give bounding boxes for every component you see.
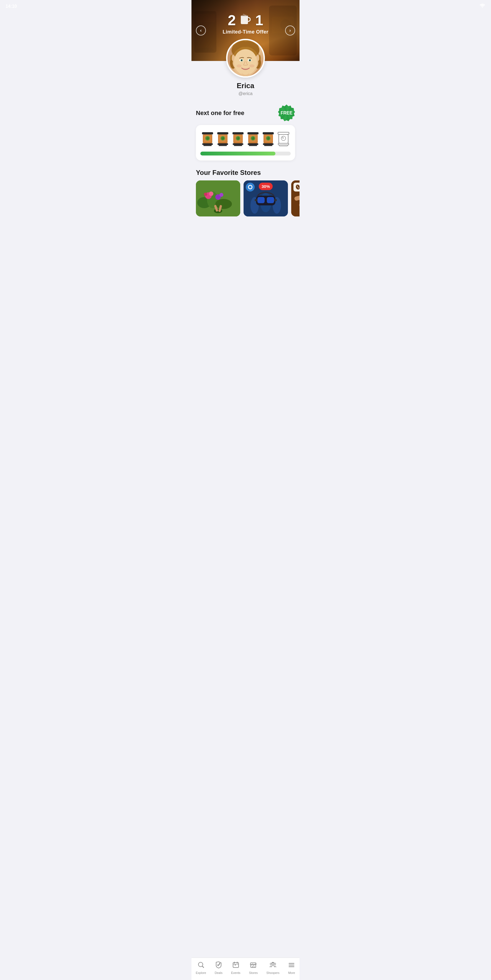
loyalty-section: Next one for free FREE [196,105,295,161]
cup-stamp-2 [216,130,230,147]
svg-point-96 [295,184,300,190]
svg-point-72 [204,192,207,196]
svg-rect-83 [257,197,265,203]
svg-rect-65 [279,145,288,146]
cup-stamp-1 [200,130,215,147]
svg-point-63 [282,137,284,138]
hero-coffee-cup-icon [238,13,253,28]
svg-rect-61 [279,134,288,143]
cup-stamp-4 [246,130,260,147]
promo-number1: 2 [228,13,236,27]
stores-section: Your Favorite Stores [191,169,300,216]
svg-point-18 [249,64,255,67]
cup-stamp-5 [261,130,275,147]
svg-rect-50 [248,143,258,145]
svg-rect-59 [264,145,272,146]
svg-rect-36 [232,132,243,134]
profile-name: Erica [237,81,254,90]
svg-rect-60 [278,132,289,134]
svg-rect-51 [249,145,257,146]
svg-point-10 [234,49,257,75]
store-logo-1 [246,183,255,191]
avatar [226,39,265,78]
progress-bar-fill [200,151,275,156]
svg-point-69 [215,199,232,209]
svg-rect-34 [218,143,228,145]
cup-stamp-6 [276,130,291,147]
store-card-2[interactable]: 30% [243,180,288,216]
svg-point-7 [241,15,248,17]
store-card-bg-3 [291,180,300,216]
svg-point-15 [241,60,242,61]
svg-rect-35 [219,145,227,146]
loyalty-header: Next one for free FREE [196,105,295,122]
svg-rect-28 [217,132,228,134]
profile-handle: @erica [238,91,253,96]
progress-bar [200,151,291,156]
profile-section: Erica @erica [191,61,300,99]
svg-point-16 [249,60,251,61]
free-badge: FREE [278,105,295,122]
svg-rect-86 [274,199,277,201]
hero-next-button[interactable]: › [285,25,295,35]
avatar-circle [226,39,265,78]
svg-rect-26 [202,143,213,145]
svg-rect-27 [203,145,212,146]
store-discount-badge: 30% [259,183,273,190]
svg-rect-19 [202,132,213,134]
svg-rect-44 [248,132,259,134]
svg-rect-42 [233,143,243,145]
hero-prev-button[interactable]: ‹ [196,25,206,35]
svg-rect-58 [263,143,273,145]
svg-rect-43 [234,145,242,146]
store-card-bg-1 [196,180,240,216]
hero-subtitle: Limited-Time Offer [222,29,268,35]
coffee-cups-row [200,130,291,147]
svg-point-74 [219,193,223,197]
store-card-bg-2: 30% [243,180,288,216]
store-logo-2 [294,183,300,191]
stores-scroll[interactable]: 30% [196,180,300,216]
svg-rect-85 [255,199,257,201]
store-card-1[interactable] [196,180,240,216]
promo-number2: 1 [255,13,263,27]
cup-stamp-3 [231,130,245,147]
svg-point-3 [197,48,214,52]
svg-rect-84 [267,197,274,203]
store-card-3[interactable] [291,180,300,216]
hero-promo: 2 1 [228,13,263,28]
loyalty-title: Next one for free [196,110,245,117]
svg-point-17 [237,64,242,67]
svg-point-88 [249,186,252,188]
svg-rect-64 [278,143,289,145]
svg-rect-52 [263,132,274,134]
loyalty-card [196,125,295,161]
svg-point-71 [209,191,213,196]
stores-title: Your Favorite Stores [196,169,300,177]
status-bar: 14:10 [191,0,300,9]
